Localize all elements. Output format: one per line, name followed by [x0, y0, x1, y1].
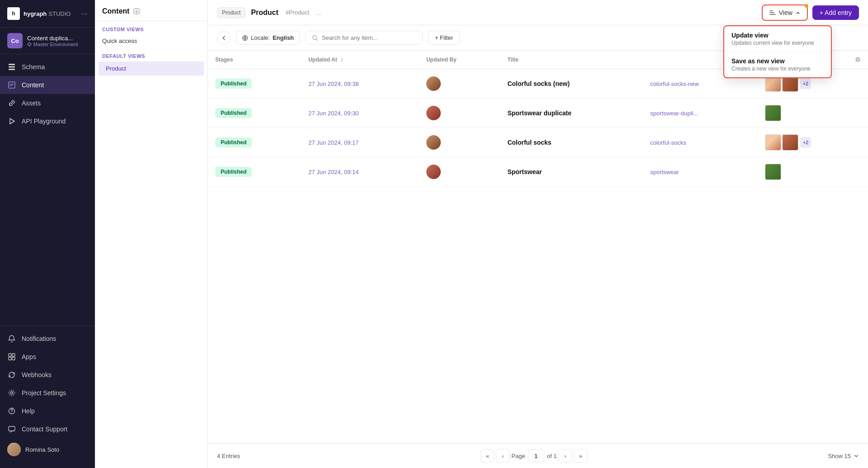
sidebar-item-content[interactable]: Content	[0, 76, 95, 94]
back-button[interactable]	[217, 31, 231, 45]
last-page-button[interactable]: »	[574, 449, 587, 463]
sidebar-item-webhooks[interactable]: Webhooks	[0, 366, 95, 384]
entry-slug: sportswear-dupli...	[650, 110, 698, 117]
sidebar: h hygraph STUDIO ··· Co Content duplica.…	[0, 0, 95, 468]
sidebar-item-schema[interactable]: Schema	[0, 58, 95, 76]
update-view-desc: Updates current view for everyone	[731, 40, 824, 46]
topbar-actions: View + Add entry	[762, 5, 859, 21]
page-slug: #Product	[286, 9, 309, 16]
sort-icon: ↕	[340, 57, 343, 63]
page-of: of 1	[547, 453, 557, 459]
workspace-selector[interactable]: Co Content duplica... Master Environment	[0, 28, 95, 54]
search-box[interactable]	[305, 31, 423, 45]
sidebar-item-label: Assets	[22, 99, 41, 107]
cell-slug: sportswear	[643, 157, 758, 187]
update-view-title: Update view	[731, 32, 824, 39]
user-name: Romina Soto	[25, 446, 59, 453]
question-icon	[7, 407, 16, 416]
updated-at: 27 Jun 2024, 09:14	[308, 169, 359, 175]
more-options-icon[interactable]: ···	[81, 9, 88, 19]
table-row[interactable]: Published 27 Jun 2024, 09:17 Colorful so…	[208, 128, 868, 157]
breadcrumb-product[interactable]: Product	[217, 7, 245, 18]
more-options-icon[interactable]: ...	[316, 9, 322, 16]
avatar	[426, 76, 441, 91]
entry-title: Colorful socks (new)	[507, 80, 570, 87]
prev-page-button[interactable]: ‹	[496, 449, 509, 463]
notification-dot	[805, 4, 808, 8]
filter-button[interactable]: + Filter	[428, 31, 460, 45]
cell-status: Published	[208, 157, 301, 187]
sidebar-item-contact-support[interactable]: Contact Support	[0, 420, 95, 438]
page-info: Page of 1	[511, 449, 557, 462]
sidebar-item-notifications[interactable]: Notifications	[0, 330, 95, 348]
sidebar-item-label: Apps	[22, 353, 36, 360]
user-avatar	[7, 443, 21, 456]
sidebar-nav: Schema Content Assets API Playground	[0, 54, 95, 326]
avatar	[426, 165, 441, 179]
workspace-env: Master Environment	[27, 42, 78, 47]
cell-status: Published	[208, 99, 301, 128]
cell-title: Colorful socks (new)	[500, 69, 643, 99]
quick-access-item[interactable]: Quick access	[95, 34, 208, 48]
table-row[interactable]: Published 27 Jun 2024, 09:14 Sportswear …	[208, 157, 868, 187]
search-input[interactable]	[322, 34, 412, 41]
content-table-container: Stages Updated At ↕ Updated By Title Ima…	[208, 51, 868, 443]
entry-title: Sportswear duplicate	[507, 109, 571, 117]
workspace-name: Content duplica...	[27, 35, 78, 42]
main-content: Product Product #Product ... View + Add …	[208, 0, 868, 468]
cell-updated-at: 27 Jun 2024, 09:38	[301, 69, 419, 99]
cell-updated-by	[419, 128, 500, 157]
svg-rect-1	[9, 66, 15, 68]
filter-label: + Filter	[435, 34, 453, 41]
locale-value: English	[273, 34, 294, 41]
add-entry-button[interactable]: + Add entry	[812, 5, 859, 20]
show-select[interactable]: Show 15	[828, 453, 859, 459]
entries-count: 4 Entries	[217, 453, 240, 459]
logo-studio: STUDIO	[48, 10, 71, 17]
export-icon[interactable]	[133, 8, 140, 15]
updated-at: 27 Jun 2024, 09:38	[308, 80, 359, 87]
play-icon	[7, 117, 16, 126]
cell-updated-at: 27 Jun 2024, 09:30	[301, 99, 419, 128]
first-page-button[interactable]: «	[481, 449, 494, 463]
sidebar-item-project-settings[interactable]: Project Settings	[0, 384, 95, 402]
avatar	[426, 135, 441, 150]
link-icon	[7, 99, 16, 108]
layers-icon	[7, 62, 16, 71]
logo-text: hygraph STUDIO	[24, 10, 71, 17]
custom-views-label: CUSTOM VIEWS	[95, 21, 208, 34]
cell-updated-at: 27 Jun 2024, 09:17	[301, 128, 419, 157]
entry-slug: colorful-socks	[650, 139, 686, 146]
cell-updated-by	[419, 157, 500, 187]
sidebar-item-apps[interactable]: Apps	[0, 348, 95, 366]
col-updated-at[interactable]: Updated At ↕	[301, 51, 419, 69]
search-icon	[312, 35, 318, 41]
show-label: Show 15	[828, 453, 851, 459]
sidebar-item-help[interactable]: Help	[0, 402, 95, 420]
sidebar-item-api[interactable]: API Playground	[0, 112, 95, 130]
save-view-item[interactable]: Save as new view Creates a new view for …	[724, 52, 831, 77]
add-entry-label: + Add entry	[820, 9, 852, 16]
page-title: Product	[251, 9, 278, 17]
chat-icon	[7, 425, 16, 434]
column-settings-icon[interactable]: ⚙	[855, 56, 861, 63]
avatar	[426, 106, 441, 120]
page-label: Page	[511, 453, 525, 459]
view-button[interactable]: View	[762, 5, 808, 21]
product-view-item[interactable]: Product	[99, 61, 204, 76]
cell-updated-by	[419, 69, 500, 99]
logo-name: hygraph	[24, 10, 47, 17]
user-profile[interactable]: Romina Soto	[0, 438, 95, 461]
update-view-item[interactable]: Update view Updates current view for eve…	[724, 26, 831, 52]
updated-at: 27 Jun 2024, 09:30	[308, 110, 359, 117]
content-panel-title: Content	[102, 7, 129, 15]
logo-mark: h	[7, 7, 20, 20]
locale-button[interactable]: Locale: English	[236, 31, 300, 45]
save-view-title: Save as new view	[731, 57, 824, 65]
table-row[interactable]: Published 27 Jun 2024, 09:30 Sportswear …	[208, 99, 868, 128]
sidebar-item-assets[interactable]: Assets	[0, 94, 95, 112]
svg-marker-4	[10, 118, 14, 124]
next-page-button[interactable]: ›	[558, 449, 572, 463]
page-number-input[interactable]	[528, 449, 544, 462]
sidebar-item-label: Notifications	[22, 335, 56, 342]
